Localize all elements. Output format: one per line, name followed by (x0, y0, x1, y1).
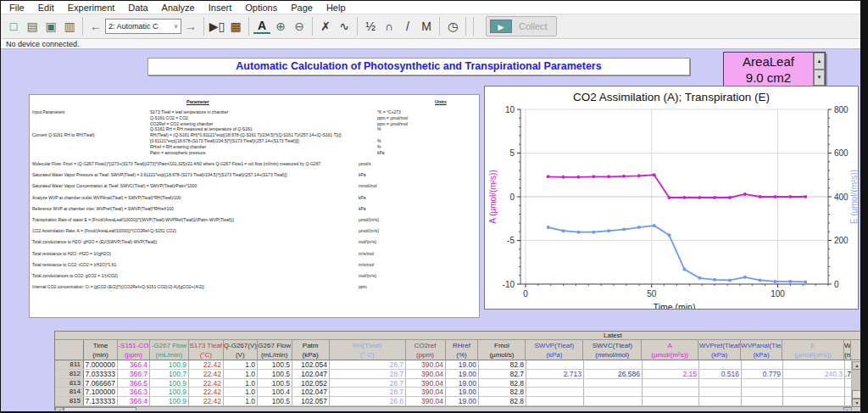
cell: 19.00 (446, 379, 479, 388)
collect-button[interactable]: ▶ Collect (486, 16, 557, 36)
column-header-a[interactable]: A(µmol/(m²s)) (642, 340, 698, 360)
linear-fit-icon[interactable]: / (399, 17, 416, 36)
svg-text:5: 5 (509, 148, 515, 158)
cell: 100.5 (258, 379, 292, 388)
column-header-w[interactable]: W(m (844, 340, 851, 360)
page-dropdown[interactable]: 2: Automatic C ∨ (105, 19, 181, 34)
column-header-wvpref-tleaf[interactable]: WVPref(Tleaf(kPa) (698, 340, 741, 360)
menu-edit[interactable]: Edit (31, 3, 61, 13)
scroll-left-icon[interactable]: ◄ (55, 407, 64, 410)
vertical-scrollbar-thumb[interactable] (852, 390, 860, 399)
examine-tool-icon[interactable]: ✗ (317, 17, 334, 36)
cell: 2.713 (526, 370, 584, 378)
cell: 7.100000 (84, 388, 118, 396)
cell (584, 379, 643, 388)
statistics-icon[interactable]: M (418, 17, 435, 36)
horizontal-scrollbar-thumb[interactable] (64, 407, 136, 410)
cell: 26.586 (584, 370, 643, 378)
menu-file[interactable]: File (3, 3, 31, 13)
svg-text:800: 800 (834, 105, 849, 114)
table-row[interactable]: 8137.066667366.5100.922.421.0100.5102.05… (55, 379, 860, 388)
column-header-swvc-tleaf-[interactable]: SWVC(Tleaf)(mmol/mol) (583, 340, 642, 360)
cell: .7 (845, 370, 852, 378)
data-browser-icon[interactable]: ▶▯ (209, 17, 225, 36)
arealeaf-label: AreaLeaf (724, 53, 813, 70)
menu-experiment[interactable]: Experiment (61, 3, 122, 13)
row-number: 812 (55, 370, 84, 378)
zoom-out-icon[interactable]: ⊖ (291, 17, 308, 36)
arealeaf-spinner: ▲ ▼ (813, 53, 825, 86)
vertical-scrollbar[interactable]: ▲ ▼ (852, 361, 860, 407)
column-header-rhref[interactable]: RHref(%) (446, 340, 479, 360)
open-file-icon[interactable]: ▤ (24, 17, 41, 36)
column-header--g267-flow[interactable]: -G267 Flow(mL/min) (150, 340, 189, 360)
svg-text:0: 0 (509, 193, 515, 202)
cell: 100.5 (258, 397, 292, 405)
scroll-down-icon[interactable]: ▼ (852, 399, 860, 407)
column-header-e[interactable]: E(µmol/(m²s)) (782, 340, 844, 360)
cell (845, 379, 852, 388)
parameter-formula: Total conductance to H2O: gH2O = (E)/(SW… (32, 239, 157, 244)
parameter-unit: m²s/mol (359, 262, 374, 267)
menu-analyze[interactable]: Analyze (155, 3, 202, 13)
menu-insert[interactable]: Insert (202, 3, 239, 13)
column-header-co2ref[interactable]: CO2ref(ppm) (406, 340, 446, 360)
svg-text:400: 400 (834, 193, 849, 202)
column-header-swvp-tleaf-[interactable]: SWVP(Tleaf)(kPa) (526, 340, 583, 360)
menu-page[interactable]: Page (284, 3, 320, 13)
arealeaf-parameter-control[interactable]: AreaLeaf 9.0 cm2 ▲ ▼ (723, 52, 826, 87)
next-page-arrow-icon[interactable]: → (182, 17, 199, 36)
cell: 7.133333 (84, 397, 118, 405)
zoom-in-icon[interactable]: ⊕ (272, 17, 289, 36)
arealeaf-decrement-button[interactable]: ▼ (814, 70, 825, 87)
new-file-icon[interactable]: □ (5, 17, 22, 36)
integral-tool-icon[interactable]: ½ (362, 17, 379, 36)
print-icon[interactable]: ▥ (61, 17, 78, 36)
column-header-time[interactable]: Time(min) (84, 340, 118, 360)
table-row[interactable]: 8157.133333366.4100.922.421.0100.5102.05… (55, 397, 860, 406)
scroll-up-icon[interactable]: ▲ (852, 361, 860, 370)
column-header-fmol[interactable]: Fmol(µmol/s) (478, 340, 526, 360)
parameters-panel: Parameter Units Input Parameters:S173 Tl… (29, 94, 480, 318)
tangent-tool-icon[interactable]: ∿ (336, 17, 353, 36)
chevron-down-icon: ∨ (174, 23, 178, 30)
table-row[interactable]: 8117.000000366.4100.922.421.0100.5102.05… (55, 360, 860, 370)
cell: 100.9 (150, 397, 189, 405)
column-header--s151-co[interactable]: -S151-CO(ppm) (118, 340, 150, 360)
parameter-definition-label: Input Parameters: (32, 109, 66, 114)
column-header-patm[interactable]: Patm(kPa) (292, 340, 330, 360)
collect-button-label: Collect (519, 21, 548, 31)
horizontal-scrollbar[interactable]: ◄ ► (55, 406, 852, 410)
menu-data[interactable]: Data (121, 3, 154, 13)
column-header-q-g267-v-2[interactable]: Q-G267(V)2(V) (224, 340, 258, 360)
row-number-gutter-header (55, 340, 84, 360)
cell: 7.000000 (84, 360, 118, 369)
scroll-right-icon[interactable]: ► (843, 407, 852, 410)
column-header-s173-tleaf[interactable]: S173 Tleaf(°C) (189, 340, 224, 360)
column-header-wvpanal-tlea[interactable]: WVPanal(Tlea(kPa) (741, 340, 782, 360)
cell (783, 397, 845, 405)
menu-options[interactable]: Options (238, 3, 284, 13)
replay-clock-icon[interactable]: ◷ (444, 17, 461, 36)
cell (526, 397, 584, 405)
table-row[interactable]: 8127.033333366.7100.722.421.0100.5102.04… (55, 370, 860, 379)
cell (699, 388, 742, 396)
arealeaf-increment-button[interactable]: ▲ (814, 53, 825, 70)
parameter-definition: RHref = RH entering chamber (150, 144, 206, 149)
calculator-icon[interactable]: ▦ (227, 17, 244, 36)
menu-help[interactable]: Help (320, 3, 353, 13)
save-icon[interactable]: ▣ (42, 17, 59, 36)
parameter-formula: Analyze WVP at chamber outlet WVPAnal(Tl… (32, 195, 181, 200)
previous-page-arrow-icon[interactable]: ← (87, 17, 104, 36)
column-header-g267-flow[interactable]: G267 Flow(mL/min) (258, 340, 292, 360)
column-header-rh-tleaf-[interactable]: RH(Tleaf)(° C) (330, 340, 406, 360)
table-row[interactable]: 8147.100000366.3100.922.421.0100.4102.04… (55, 388, 860, 397)
cell: 28.7 (330, 388, 406, 396)
curve-fit-icon[interactable]: ∩ (381, 17, 398, 36)
text-annotation-icon[interactable]: A (253, 19, 270, 34)
cell (643, 397, 699, 405)
cell: 22.42 (189, 397, 224, 405)
table-body: 8117.000000366.4100.922.421.0100.5102.05… (55, 360, 860, 406)
row-number: 815 (55, 397, 84, 405)
svg-text:E (µmol/(m²s)): E (µmol/(m²s)) (849, 170, 858, 224)
